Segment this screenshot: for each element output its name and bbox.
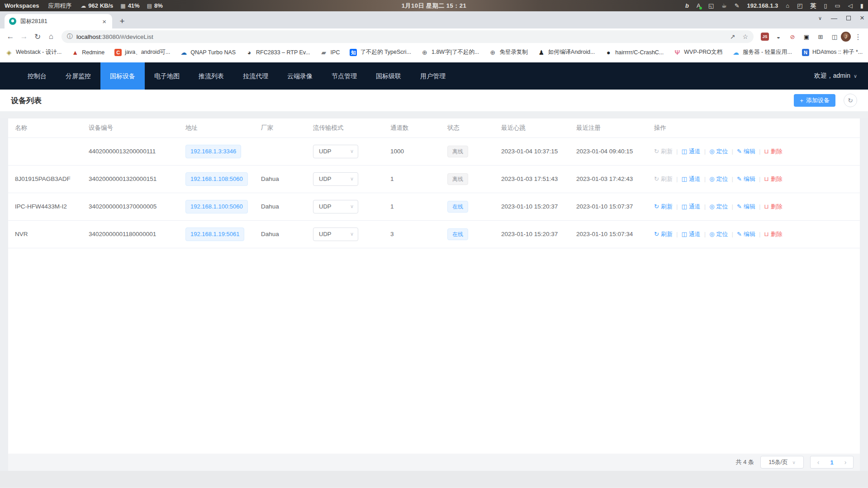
add-device-button[interactable]: +添加设备 — [794, 94, 835, 107]
bing-icon[interactable]: b — [685, 2, 689, 9]
js-extension-icon[interactable]: JS — [761, 33, 769, 41]
address-tag[interactable]: 192.168.1.19:5061 — [185, 227, 244, 241]
display-icon[interactable]: ▭ — [835, 2, 840, 9]
input-method-indicator[interactable]: 英 — [810, 2, 816, 10]
edit-action-link[interactable]: ✎编辑 — [737, 203, 755, 211]
nav-item[interactable]: 控制台 — [18, 62, 56, 90]
nav-item[interactable]: 云端录像 — [278, 62, 322, 90]
nav-item[interactable]: 推流列表 — [189, 62, 233, 90]
address-bar[interactable]: ⓘ localhost:38080/#/deviceList ↗ ☆ — [62, 30, 754, 43]
translate-icon[interactable]: A — [697, 2, 701, 9]
bookmark-item[interactable]: ☁服务器 - 轻量应用... — [732, 48, 792, 56]
adblock-extension-icon[interactable]: ⊘ — [788, 32, 797, 41]
share-icon[interactable]: ↗ — [730, 33, 735, 40]
nav-item[interactable]: 国标设备 — [100, 62, 145, 90]
coffee-icon[interactable]: ☕ — [721, 2, 727, 9]
cell-status: 离线 — [441, 137, 494, 165]
current-page[interactable]: 1 — [825, 459, 839, 466]
stream-mode-select[interactable]: UDP∨ — [313, 172, 358, 186]
side-panel-icon[interactable]: ◫ — [830, 32, 839, 41]
bookmark-item[interactable]: ◕RFC2833 – RTP Ev... — [246, 49, 310, 56]
locate-action-link[interactable]: ◎定位 — [709, 230, 728, 238]
clock[interactable]: 1月10日 星期二 15：21 — [402, 2, 466, 10]
refresh-action-link[interactable]: ↻刷新 — [654, 203, 673, 211]
refresh-list-button[interactable]: ↻ — [844, 94, 857, 107]
bookmark-item[interactable]: ΨWVP-PRO文档 — [674, 48, 722, 56]
screenshot-extension-icon[interactable]: ▣ — [802, 32, 811, 41]
forward-icon[interactable]: → — [18, 32, 30, 41]
battery-icon[interactable]: ▮ — [860, 2, 863, 9]
refresh-action-link[interactable]: ↻刷新 — [654, 230, 673, 238]
bookmark-item[interactable]: ▰IPC — [320, 49, 340, 56]
nav-item[interactable]: 电子地图 — [145, 62, 189, 90]
clipboard-icon[interactable]: ◱ — [708, 2, 714, 9]
delete-action-link[interactable]: ⊔删除 — [764, 147, 783, 156]
browser-tab[interactable]: 国标28181 × — [5, 14, 112, 28]
address-tag[interactable]: 192.168.1.3:3346 — [185, 145, 241, 158]
nav-item[interactable]: 拉流代理 — [233, 62, 278, 90]
applications-menu[interactable]: 应用程序 — [48, 2, 71, 10]
delete-action-link[interactable]: ⊔删除 — [764, 230, 783, 238]
maximize-button[interactable] — [846, 14, 851, 22]
tab-close-icon[interactable]: × — [101, 18, 108, 25]
volume-icon[interactable]: ◁ — [848, 2, 853, 9]
channels-action-link[interactable]: ◫通道 — [681, 147, 700, 156]
page-size-select[interactable]: 15条/页 ∨ — [760, 456, 804, 469]
browser-menu-icon[interactable]: ⋮ — [853, 33, 863, 41]
locate-action-link[interactable]: ◎定位 — [709, 203, 728, 211]
address-tag[interactable]: 192.168.1.108:5060 — [185, 172, 248, 186]
bookmark-item[interactable]: Cjava、android可... — [114, 48, 170, 56]
user-menu[interactable]: 欢迎，admin ∨ — [814, 72, 857, 80]
refresh-action-link[interactable]: ↻刷新 — [654, 175, 673, 183]
bookmark-item[interactable]: 知了不起的 TypeScri... — [350, 48, 411, 56]
site-info-icon[interactable]: ⓘ — [67, 33, 73, 41]
profile-avatar[interactable]: J — [841, 32, 851, 42]
minimize-button[interactable]: — — [831, 14, 837, 22]
stream-mode-select[interactable]: UDP∨ — [313, 200, 358, 213]
ip-address[interactable]: 192.168.1.3 — [747, 2, 778, 9]
next-page-icon[interactable]: › — [839, 459, 852, 466]
bookmark-item[interactable]: ▲Redmine — [71, 49, 104, 56]
tab-search-icon[interactable]: ∨ — [818, 15, 822, 21]
reload-icon[interactable]: ↻ — [32, 32, 43, 42]
stream-mode-select[interactable]: UDP∨ — [313, 227, 358, 241]
workspaces-icon[interactable]: ◰ — [797, 2, 802, 9]
refresh-action-link[interactable]: ↻刷新 — [654, 147, 673, 156]
new-tab-button[interactable]: + — [116, 15, 128, 28]
delete-action-link[interactable]: ⊔删除 — [764, 175, 783, 183]
back-icon[interactable]: ← — [5, 32, 16, 41]
color-picker-icon[interactable]: ✎ — [735, 2, 740, 9]
prev-page-icon[interactable]: ‹ — [811, 459, 825, 466]
channels-action-link[interactable]: ◫通道 — [681, 230, 700, 238]
action-separator: | — [759, 231, 761, 237]
darkreader-extension-icon[interactable]: ◒ — [774, 32, 783, 41]
home-icon[interactable]: ⌂ — [45, 32, 57, 41]
nav-item[interactable]: 分屏监控 — [56, 62, 100, 90]
workspaces-button[interactable]: Workspaces — [5, 2, 39, 9]
stream-mode-select[interactable]: UDP∨ — [313, 145, 358, 158]
bookmark-item[interactable]: ◈Webstack - 设计... — [5, 48, 62, 56]
address-tag[interactable]: 192.168.1.100:5060 — [185, 200, 248, 213]
home-icon[interactable]: ⌂ — [786, 2, 789, 9]
extensions-puzzle-icon[interactable]: ⊞ — [816, 32, 825, 41]
bookmark-item[interactable]: ●hairrrrr/C-CrashC... — [605, 49, 664, 56]
close-button[interactable]: × — [860, 14, 864, 23]
phone-link-icon[interactable]: ▯ — [824, 2, 827, 9]
bookmark-item[interactable]: ⊕免登录复制 — [489, 48, 528, 56]
locate-action-link[interactable]: ◎定位 — [709, 175, 728, 183]
bookmark-star-icon[interactable]: ☆ — [742, 33, 748, 40]
bookmark-item[interactable]: NHDAtmos :: 种子 *... — [802, 48, 863, 56]
delete-action-link[interactable]: ⊔删除 — [764, 203, 783, 211]
edit-action-link[interactable]: ✎编辑 — [737, 147, 755, 156]
bookmark-item[interactable]: ☁QNAP Turbo NAS — [180, 49, 236, 56]
channels-action-link[interactable]: ◫通道 — [681, 175, 700, 183]
channels-action-link[interactable]: ◫通道 — [681, 203, 700, 211]
edit-action-link[interactable]: ✎编辑 — [737, 175, 755, 183]
nav-item[interactable]: 用户管理 — [411, 62, 455, 90]
edit-action-link[interactable]: ✎编辑 — [737, 230, 755, 238]
bookmark-item[interactable]: ♟如何编译Android... — [538, 48, 595, 56]
bookmark-item[interactable]: ⊕1.8W字|了不起的... — [421, 48, 479, 56]
nav-item[interactable]: 国标级联 — [366, 62, 411, 90]
locate-action-link[interactable]: ◎定位 — [709, 147, 728, 156]
nav-item[interactable]: 节点管理 — [322, 62, 366, 90]
